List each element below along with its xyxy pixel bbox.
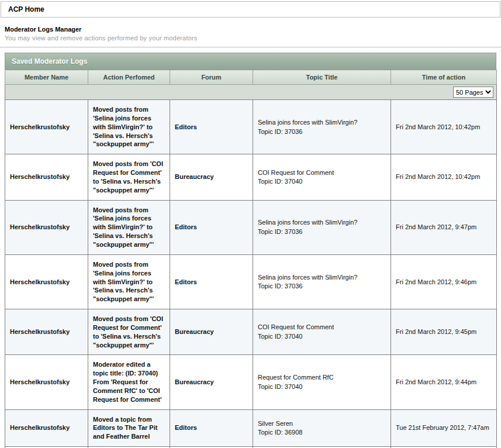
- table-row: Herschelkrustofsky Moved posts from 'COI…: [5, 309, 497, 355]
- topic-title-text: Silver Seren: [258, 419, 386, 428]
- member-name-cell: Herschelkrustofsky: [5, 355, 88, 409]
- topic-id-text: Topic ID: 37036: [258, 228, 386, 236]
- topic-title-cell: Request for Comment RfC Topic ID: 37040: [253, 355, 391, 409]
- pages-select[interactable]: 50 Pages: [453, 87, 493, 98]
- table-row: Herschelkrustofsky Moderator edited a to…: [5, 355, 497, 409]
- action-performed-cell: Moderator edited a topic title: (ID: 370…: [88, 355, 170, 409]
- column-header-member-name: Member Name: [5, 70, 88, 85]
- topic-title-cell: Selina joins forces with SlimVirgin? Top…: [253, 200, 391, 254]
- action-performed-cell: Moved posts from 'Selina joins forces wi…: [88, 254, 170, 309]
- table-row: Herschelkrustofsky Moved posts from 'Sel…: [5, 100, 497, 154]
- topic-title-text: Request for Comment RfC: [258, 373, 386, 382]
- action-performed-cell: Moved posts from 'Selina joins forces wi…: [88, 100, 170, 154]
- topic-id-text: Topic ID: 37040: [258, 382, 386, 391]
- member-name-cell: Herschelkrustofsky: [5, 309, 88, 355]
- topic-title-cell: Silver Seren Topic ID: 36908: [253, 409, 391, 447]
- topic-id-text: Topic ID: 37036: [258, 282, 386, 291]
- column-header-time-of-action: Time of action: [391, 70, 497, 85]
- page-title: Moderator Logs Manager: [5, 26, 496, 33]
- section-divider: [0, 47, 501, 48]
- topic-title-text: Selina joins forces with SlimVirgin?: [258, 218, 386, 227]
- topic-title-cell: Selina joins forces with SlimVirgin? Top…: [253, 254, 391, 309]
- topic-id-text: Topic ID: 36908: [258, 428, 386, 437]
- member-name-cell: Herschelkrustofsky: [5, 100, 88, 154]
- column-header-topic-title: Topic Title: [253, 70, 391, 85]
- topic-title-cell: COI Request for Comment Topic ID: 37040: [253, 154, 391, 200]
- time-of-action-cell: Fri 2nd March 2012, 10:42pm: [391, 100, 497, 154]
- table-row: Herschelkrustofsky Moved posts from 'Sel…: [5, 254, 497, 309]
- table-header-row: Member Name Action Perfomed Forum Topic …: [5, 70, 497, 85]
- column-header-action-performed: Action Perfomed: [88, 70, 170, 85]
- table-row: Herschelkrustofsky Moved a topic from Ed…: [5, 409, 497, 447]
- forum-cell: Editors: [170, 409, 253, 447]
- page-header: Moderator Logs Manager You may view and …: [0, 18, 501, 42]
- time-of-action-cell: Fri 2nd March 2012, 9:47pm: [391, 200, 497, 254]
- table-title: Saved Moderator Logs: [5, 53, 496, 70]
- acp-home-label: ACP Home: [8, 5, 44, 13]
- action-performed-cell: Moved posts from 'COI Request for Commen…: [88, 309, 170, 355]
- forum-cell: Bureaucracy: [170, 309, 253, 355]
- time-of-action-cell: Fri 2nd March 2012, 9:45pm: [391, 309, 497, 355]
- action-performed-cell: Moved a topic from Editors to The Tar Pi…: [88, 409, 170, 447]
- moderator-logs-table: Member Name Action Perfomed Forum Topic …: [5, 70, 497, 448]
- time-of-action-cell: Tue 21st February 2012, 7:47am: [391, 409, 497, 447]
- action-performed-cell: Moved posts from 'COI Request for Commen…: [88, 154, 170, 200]
- pager-toolbar: 50 Pages: [5, 85, 497, 100]
- topic-id-text: Topic ID: 37040: [258, 177, 386, 186]
- moderator-logs-panel: Saved Moderator Logs Member Name Action …: [5, 53, 496, 448]
- table-row: Herschelkrustofsky Moved posts from 'Sel…: [5, 200, 497, 254]
- column-header-forum: Forum: [170, 70, 253, 85]
- topic-id-text: Topic ID: 37036: [258, 127, 386, 136]
- forum-cell: Editors: [170, 100, 253, 154]
- topic-title-text: Selina joins forces with SlimVirgin?: [258, 118, 386, 127]
- log-table-body: Herschelkrustofsky Moved posts from 'Sel…: [5, 100, 497, 448]
- time-of-action-cell: Fri 2nd March 2012, 10:42pm: [391, 154, 497, 200]
- table-toolbar-row: 50 Pages: [5, 85, 497, 100]
- forum-cell: Editors: [170, 200, 253, 254]
- forum-cell: Bureaucracy: [170, 154, 253, 200]
- forum-cell: Bureaucracy: [170, 355, 253, 409]
- topic-title-text: COI Request for Comment: [258, 323, 386, 332]
- table-row: Herschelkrustofsky Moved posts from 'COI…: [5, 154, 497, 200]
- topic-title-text: COI Request for Comment: [258, 168, 386, 177]
- action-performed-cell: Moved posts from 'Selina joins forces wi…: [88, 200, 170, 254]
- topic-title-text: Selina joins forces with SlimVirgin?: [258, 273, 386, 282]
- member-name-cell: Herschelkrustofsky: [5, 254, 88, 309]
- time-of-action-cell: Fri 2nd March 2012, 9:46pm: [391, 254, 497, 309]
- acp-home-tab[interactable]: ACP Home: [1, 1, 500, 18]
- member-name-cell: Herschelkrustofsky: [5, 200, 88, 254]
- member-name-cell: Herschelkrustofsky: [5, 154, 88, 200]
- forum-cell: Editors: [170, 254, 253, 309]
- time-of-action-cell: Fri 2nd March 2012, 9:44pm: [391, 355, 497, 409]
- topic-title-cell: Selina joins forces with SlimVirgin? Top…: [253, 100, 391, 154]
- page-subtitle: You may view and remove actions performe…: [5, 35, 496, 42]
- topic-title-cell: COI Request for Comment Topic ID: 37040: [253, 309, 391, 355]
- topic-id-text: Topic ID: 37040: [258, 332, 386, 341]
- member-name-cell: Herschelkrustofsky: [5, 409, 88, 447]
